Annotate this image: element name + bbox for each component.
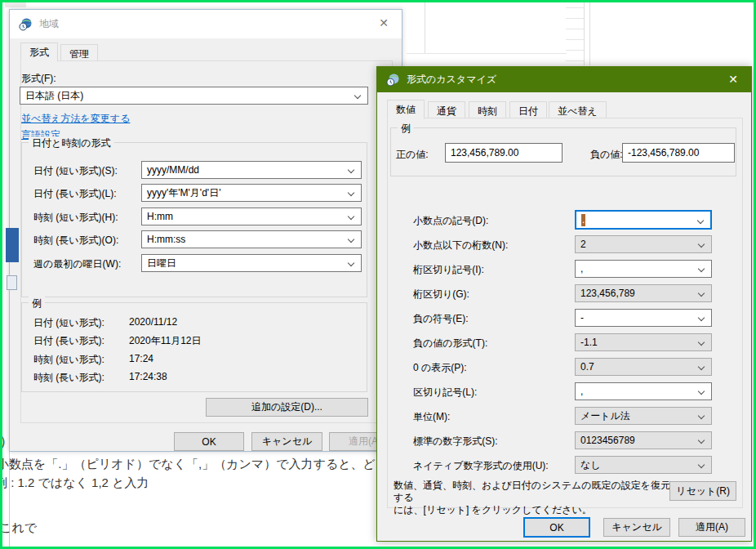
decimal-digits-combo[interactable]: 2 <box>575 235 712 253</box>
region-dialog-titlebar: 地域 ✕ <box>10 10 402 38</box>
customize-dialog-titlebar: 形式のカスタマイズ ✕ <box>377 67 751 92</box>
standard-digits-value: 0123456789 <box>580 435 635 446</box>
chevron-down-icon <box>348 236 354 243</box>
example-group-title: 例 <box>29 297 45 310</box>
cancel-button[interactable]: キャンセル <box>603 518 670 537</box>
example-long-time-label: 時刻 (長い形式): <box>33 371 105 385</box>
number-example-group-title: 例 <box>398 122 414 136</box>
first-day-label: 週の最初の曜日(W): <box>33 257 121 271</box>
negative-value-label: 負の値: <box>590 148 623 162</box>
datetime-format-group-title: 日付と時刻の形式 <box>29 136 114 150</box>
long-time-combo[interactable]: H:mm:ss <box>141 230 362 248</box>
customize-format-dialog: 形式のカスタマイズ ✕ 数値 通貨 時刻 日付 並べ替え 例 正の値: 123,… <box>376 66 752 542</box>
tab-format[interactable]: 形式 <box>20 42 58 62</box>
short-date-label: 日付 (短い形式)(S): <box>33 164 118 178</box>
grouping-value: 123,456,789 <box>580 288 635 299</box>
tab-sort[interactable]: 並べ替え <box>549 101 607 118</box>
standard-digits-combo[interactable]: 0123456789 <box>575 431 712 449</box>
chevron-down-icon <box>698 437 705 444</box>
chevron-down-icon <box>698 462 705 468</box>
decimal-symbol-combo[interactable]: . <box>575 210 712 230</box>
chevron-down-icon <box>698 388 705 395</box>
reset-button[interactable]: リセット(R) <box>669 481 736 501</box>
ok-button[interactable]: OK <box>174 432 244 451</box>
short-time-combo[interactable]: H:mm <box>141 208 362 225</box>
reset-note: 数値、通貨、時刻、および日付のシステムの既定の設定を復元する には、[リセット]… <box>394 480 671 516</box>
short-time-value: H:mm <box>147 211 173 222</box>
chevron-down-icon <box>348 167 354 173</box>
example-long-time-value: 17:24:38 <box>129 371 167 382</box>
grouping-combo[interactable]: 123,456,789 <box>575 284 712 302</box>
datetime-format-group: 日付と時刻の形式 日付 (短い形式)(S): yyyy/MM/dd 日付 (長い… <box>21 142 367 297</box>
background-text-line1: 小数点を「.」（ピリオド）でなく「,」（カンマ）で入力すると、どう <box>0 457 388 472</box>
chevron-down-icon <box>348 260 354 266</box>
decimal-digits-value: 2 <box>580 239 586 250</box>
short-date-combo[interactable]: yyyy/MM/dd <box>141 161 362 179</box>
example-long-date-value: 2020年11月12日 <box>129 334 202 348</box>
close-icon[interactable]: ✕ <box>715 67 751 92</box>
tab-time[interactable]: 時刻 <box>469 101 506 118</box>
chevron-down-icon <box>698 413 705 419</box>
negative-format-label: 負の値の形式(T): <box>413 337 487 350</box>
region-dialog-title: 地域 <box>39 17 59 31</box>
tab-number[interactable]: 数値 <box>387 100 425 119</box>
grouping-symbol-combo[interactable]: , <box>575 260 712 278</box>
background-text-line2: 例 : 1.2 ではなく 1,2 と入力 <box>0 475 149 491</box>
negative-value-field[interactable]: -123,456,789.00 <box>622 143 735 163</box>
measurement-system-combo[interactable]: メートル法 <box>575 407 712 425</box>
standard-digits-label: 標準の数字形式(S): <box>413 435 498 449</box>
grouping-label: 桁区切り(G): <box>413 288 469 301</box>
background-window-fragment <box>6 228 19 262</box>
format-label: 形式(F): <box>21 72 56 86</box>
format-combo[interactable]: 日本語 (日本) <box>20 87 368 105</box>
tab-date[interactable]: 日付 <box>509 101 547 118</box>
measurement-system-value: メートル法 <box>580 409 630 423</box>
example-short-time-label: 時刻 (短い形式): <box>33 353 105 367</box>
example-short-date-label: 日付 (短い形式): <box>33 316 105 330</box>
cancel-button[interactable]: キャンセル <box>251 432 322 451</box>
list-separator-combo[interactable]: , <box>575 382 712 400</box>
tab-administration[interactable]: 管理 <box>60 44 98 61</box>
zero-display-label: 0 の表示(P): <box>413 361 467 375</box>
zero-display-combo[interactable]: 0.7 <box>575 358 712 376</box>
change-sort-method-link[interactable]: 並べ替え方法を変更する <box>21 112 130 126</box>
first-day-combo[interactable]: 日曜日 <box>141 254 362 272</box>
close-icon[interactable]: ✕ <box>366 10 402 37</box>
negative-sign-value: - <box>580 312 584 324</box>
positive-value-field[interactable]: 123,456,789.00 <box>445 143 563 163</box>
long-date-value: yyyy'年'M'月'd'日' <box>147 186 220 200</box>
negative-format-combo[interactable]: -1.1 <box>575 333 712 351</box>
measurement-system-label: 単位(M): <box>413 410 450 424</box>
chevron-down-icon <box>697 217 704 224</box>
background-icon-fragment <box>7 275 17 290</box>
list-separator-label: 区切り記号(L): <box>413 386 477 399</box>
chevron-down-icon <box>348 190 354 196</box>
long-date-label: 日付 (長い形式)(L): <box>33 187 117 201</box>
zero-display-value: 0.7 <box>580 361 594 373</box>
long-time-value: H:mm:ss <box>147 234 185 245</box>
apply-button[interactable]: 適用(A) <box>678 518 745 537</box>
customize-dialog-title: 形式のカスタマイズ <box>407 73 496 87</box>
short-date-value: yyyy/MM/dd <box>147 164 199 176</box>
region-clock-icon <box>19 18 32 31</box>
grouping-symbol-value: , <box>580 263 583 274</box>
native-digits-combo[interactable]: なし <box>575 456 712 474</box>
grouping-symbol-label: 桁区切り記号(I): <box>413 263 484 277</box>
negative-sign-label: 負の符号(E): <box>413 312 469 326</box>
chevron-down-icon <box>698 364 705 370</box>
long-date-combo[interactable]: yyyy'年'M'月'd'日' <box>141 184 362 202</box>
chevron-down-icon <box>698 266 705 272</box>
chevron-down-icon <box>698 339 705 346</box>
negative-sign-combo[interactable]: - <box>575 309 712 327</box>
short-time-label: 時刻 (短い形式)(H): <box>33 211 118 225</box>
background-text-line3: これで <box>0 520 37 536</box>
additional-settings-button[interactable]: 追加の設定(D)... <box>206 398 368 417</box>
example-group: 例 日付 (短い形式): 2020/11/12 日付 (長い形式): 2020年… <box>21 302 367 392</box>
example-short-date-value: 2020/11/12 <box>129 316 177 328</box>
example-short-time-value: 17:24 <box>129 353 153 364</box>
ok-button[interactable]: OK <box>523 517 590 538</box>
number-example-group: 例 正の値: 123,456,789.00 負の値: -123,456,789.… <box>390 127 736 176</box>
example-long-date-label: 日付 (長い形式): <box>33 334 105 348</box>
long-time-label: 時刻 (長い形式)(O): <box>33 234 118 248</box>
tab-currency[interactable]: 通貨 <box>428 101 465 118</box>
